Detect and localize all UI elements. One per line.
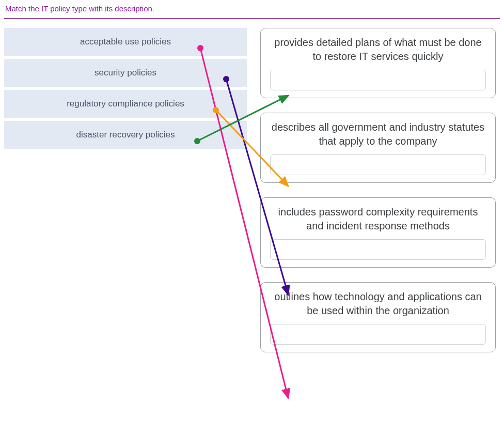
question-instruction: Match the IT policy type with its descri… — [0, 0, 504, 18]
source-label: regulatory compliance policies — [67, 99, 184, 109]
drop-zone[interactable] — [270, 154, 486, 175]
source-column: acceptable use policies security policie… — [4, 28, 247, 152]
target-column: provides detailed plans of what must be … — [260, 28, 496, 367]
source-item[interactable]: acceptable use policies — [4, 28, 247, 56]
target-text: describes all government and industry st… — [270, 120, 486, 148]
drop-zone[interactable] — [270, 239, 486, 260]
target-text: includes password complexity requirement… — [270, 205, 486, 233]
source-label: security policies — [94, 68, 156, 78]
instruction-text: Match the IT policy type with its descri… — [5, 4, 154, 13]
source-item[interactable]: regulatory compliance policies — [4, 90, 247, 118]
source-label: acceptable use policies — [80, 37, 171, 47]
source-label: disaster recovery policies — [76, 130, 175, 140]
target-box: describes all government and industry st… — [260, 113, 496, 183]
source-item[interactable]: disaster recovery policies — [4, 121, 247, 149]
drop-zone[interactable] — [270, 324, 486, 345]
target-box: outlines how technology and applications… — [260, 282, 496, 352]
source-item[interactable]: security policies — [4, 59, 247, 87]
header-divider — [4, 18, 500, 19]
target-text: outlines how technology and applications… — [270, 290, 486, 318]
target-text: provides detailed plans of what must be … — [270, 36, 486, 64]
target-box: provides detailed plans of what must be … — [260, 28, 496, 98]
drop-zone[interactable] — [270, 70, 486, 90]
target-box: includes password complexity requirement… — [260, 197, 496, 268]
